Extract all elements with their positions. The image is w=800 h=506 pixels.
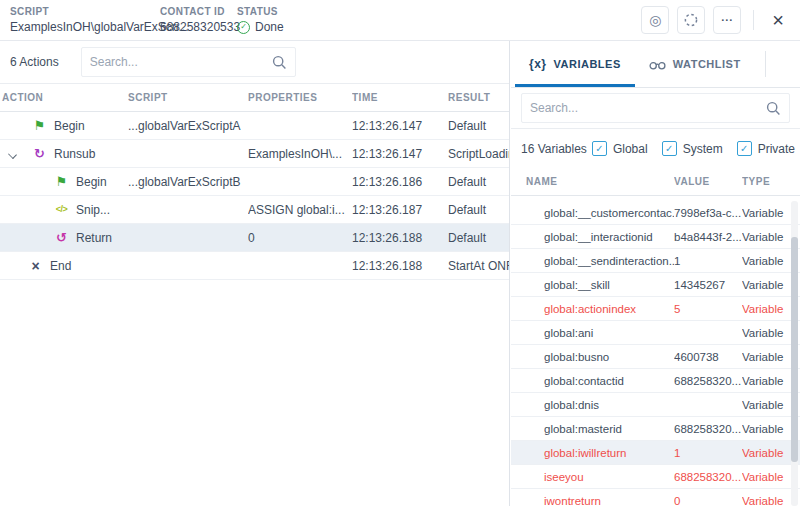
script-label: SCRIPT	[10, 6, 160, 17]
variable-row[interactable]: global:aniVariable	[511, 321, 800, 345]
trace-cell-time: 12:13:26.186	[352, 175, 448, 189]
trace-cell-result: StartAt ONRELE	[448, 259, 509, 273]
chevron-down-icon[interactable]	[8, 150, 17, 159]
variable-value: 0	[674, 495, 742, 506]
trace-cell-action: ⚑Begin	[0, 112, 128, 139]
variable-name: global:busno	[544, 351, 674, 363]
contact-id-value: 688258320533	[160, 20, 237, 34]
variable-row[interactable]: global:dnisVariable	[511, 393, 800, 417]
status-value: Done	[255, 20, 284, 34]
variable-name: global:__customercontac...	[544, 207, 674, 219]
variable-row[interactable]: global:__skill14345267Variable	[511, 273, 800, 297]
global-label: Global	[613, 142, 648, 156]
status-done-check-icon: ✓	[237, 21, 250, 34]
runsub-icon: ↻	[32, 147, 47, 160]
trace-row[interactable]: ×End12:13:26.188StartAt ONRELE	[0, 252, 509, 280]
variable-row[interactable]: global:busno4600738Variable	[511, 345, 800, 369]
filter-global: ✓ Global	[592, 141, 648, 156]
variable-value: 688258320...	[674, 471, 742, 483]
variable-row[interactable]: global:masterid688258320...Variable	[511, 417, 800, 441]
trace-row[interactable]: ↺Return012:13:26.188Default	[0, 224, 509, 252]
filter-system: ✓ System	[662, 141, 723, 156]
action-label: Return	[76, 231, 112, 245]
private-label: Private	[758, 142, 795, 156]
trace-row[interactable]: ⚑Begin...globalVarExScriptB12:13:26.186D…	[0, 168, 509, 196]
more-options-button[interactable]: ...	[713, 6, 741, 34]
header-divider	[753, 10, 754, 30]
trace-cell-action: ⚑Begin	[0, 168, 128, 195]
trace-row[interactable]: ↻RunsubExamplesInOH\...12:13:26.147Scrip…	[0, 140, 509, 168]
trace-cell-result: Default	[448, 119, 509, 133]
variable-row[interactable]: global:actionindex5Variable	[511, 297, 800, 321]
variable-row[interactable]: iwontreturn0Variable	[511, 489, 800, 506]
trace-table-header: ACTION SCRIPT PROPERTIES TIME RESULT	[0, 84, 509, 112]
trace-cell-time: 12:13:26.187	[352, 203, 448, 217]
search-icon	[766, 101, 781, 116]
scrollbar-thumb[interactable]	[791, 237, 798, 462]
trace-row[interactable]: </>Snip...ASSIGN global:i...12:13:26.187…	[0, 196, 509, 224]
variables-search-row	[511, 88, 800, 129]
variables-x-icon: {x}	[529, 57, 547, 71]
tab-variables[interactable]: {x} VARIABLES	[515, 41, 635, 87]
variable-name: global:actionindex	[544, 303, 674, 315]
refresh-dashed-icon	[683, 12, 699, 28]
variable-row[interactable]: global:__customercontac...7998ef3a-c...V…	[511, 201, 800, 225]
snippet-code-icon: </>	[54, 205, 69, 214]
variable-row[interactable]: iseeyou688258320...Variable	[511, 465, 800, 489]
variable-value: 1	[674, 447, 742, 459]
variable-name: global:__sendinteraction...	[544, 255, 674, 267]
col-name: NAME	[526, 176, 674, 187]
col-properties: PROPERTIES	[248, 92, 352, 103]
refresh-button[interactable]	[677, 6, 705, 34]
trace-cell-script: ...globalVarExScriptB	[128, 175, 248, 189]
variable-name: iseeyou	[544, 471, 674, 483]
filter-private: ✓ Private	[737, 141, 795, 156]
trace-cell-action: ↺Return	[0, 224, 128, 251]
action-label: Snip...	[76, 203, 110, 217]
trace-cell-script: ...globalVarExScriptA	[128, 119, 248, 133]
target-button[interactable]: ◎	[641, 6, 669, 34]
tab-watchlist[interactable]: WATCHLIST	[635, 41, 755, 87]
col-type: TYPE	[742, 176, 800, 187]
panel-tabs: {x} VARIABLES WATCHLIST	[511, 41, 800, 88]
contact-id-label: CONTACT ID	[160, 6, 237, 17]
trace-cell-result: ScriptLoading	[448, 147, 509, 161]
variable-value: 4600738	[674, 351, 742, 363]
begin-flag-icon: ⚑	[54, 175, 69, 188]
variable-value: 688258320...	[674, 375, 742, 387]
trace-search-input[interactable]	[90, 55, 272, 69]
variable-row[interactable]: global:iwillreturn1Variable	[511, 441, 800, 465]
trace-cell-time: 12:13:26.147	[352, 147, 448, 161]
variables-panel: {x} VARIABLES WATCHLIST	[511, 41, 800, 506]
variables-search-box	[521, 93, 790, 123]
variables-filter-row: 16 Variables ✓ Global ✓ System ✓ Private	[511, 129, 800, 168]
variable-row[interactable]: global:__sendinteraction...1Variable	[511, 249, 800, 273]
variable-name: global:masterid	[544, 423, 674, 435]
private-checkbox[interactable]: ✓	[737, 141, 752, 156]
variable-value: 14345267	[674, 279, 742, 291]
close-button[interactable]: ×	[766, 10, 790, 30]
trace-row[interactable]: ⚑Begin...globalVarExScriptA12:13:26.147D…	[0, 112, 509, 140]
system-checkbox[interactable]: ✓	[662, 141, 677, 156]
target-icon: ◎	[649, 12, 661, 28]
variable-name: global:dnis	[544, 399, 674, 411]
end-x-icon: ×	[28, 259, 43, 273]
variables-table-header: NAME VALUE TYPE	[511, 168, 800, 196]
trace-panel: 6 Actions ACTION SCRIPT PROPERTIES TIME …	[0, 41, 510, 506]
variable-row[interactable]: global:contactid688258320...Variable	[511, 369, 800, 393]
variables-scrollbar[interactable]	[791, 201, 798, 506]
variable-name: global:ani	[544, 327, 674, 339]
tab-watchlist-label: WATCHLIST	[673, 58, 741, 70]
tab-separator	[765, 51, 766, 77]
variables-search-input[interactable]	[530, 101, 766, 115]
variable-name: global:__interactionid	[544, 231, 674, 243]
window-header: SCRIPT ExamplesInOH\globalVarExScri... C…	[0, 0, 800, 41]
trace-cell-result: Default	[448, 231, 509, 245]
trace-rows: ⚑Begin...globalVarExScriptA12:13:26.147D…	[0, 112, 509, 280]
action-label: Begin	[54, 119, 85, 133]
variable-row[interactable]: global:__interactionidb4a8443f-2...Varia…	[511, 225, 800, 249]
action-label: Begin	[76, 175, 107, 189]
variable-name: global:iwillreturn	[544, 447, 674, 459]
global-checkbox[interactable]: ✓	[592, 141, 607, 156]
col-time: TIME	[352, 92, 448, 103]
